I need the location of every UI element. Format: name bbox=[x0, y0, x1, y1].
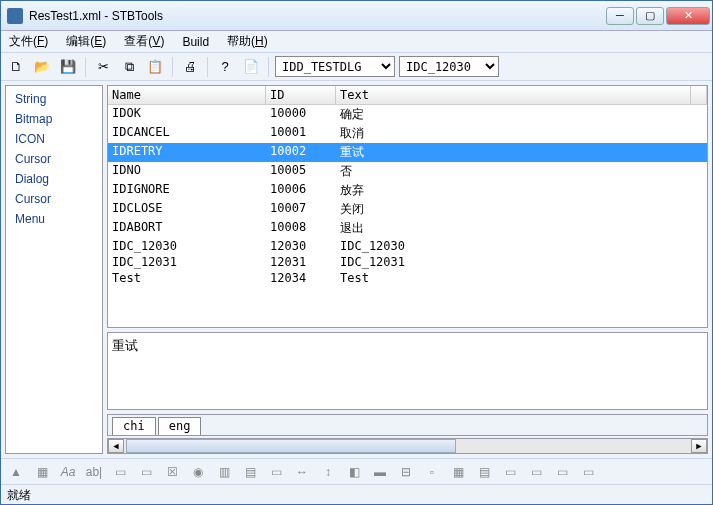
cell-name: IDRETRY bbox=[108, 143, 266, 162]
table-row[interactable]: IDNO10005否 bbox=[108, 162, 707, 181]
copy-icon[interactable]: ⧉ bbox=[118, 56, 140, 78]
tree-tool-icon[interactable]: ▤ bbox=[475, 463, 493, 481]
langtab-eng[interactable]: eng bbox=[158, 417, 202, 435]
minimize-button[interactable]: ─ bbox=[606, 7, 634, 25]
cell-name: IDC_12030 bbox=[108, 238, 266, 254]
info-icon[interactable]: 📄 bbox=[240, 56, 262, 78]
group-icon[interactable]: ▭ bbox=[111, 463, 129, 481]
richedit-tool-icon[interactable]: ▭ bbox=[553, 463, 571, 481]
table-row[interactable]: IDOK10000确定 bbox=[108, 105, 707, 124]
control-dropdown[interactable]: IDC_12030 bbox=[399, 56, 499, 77]
table-row[interactable]: IDC_1203112031IDC_12031 bbox=[108, 254, 707, 270]
detail-panel[interactable]: 重试 bbox=[107, 332, 708, 410]
font-icon[interactable]: Aa bbox=[59, 463, 77, 481]
cell-id: 10007 bbox=[266, 200, 336, 219]
sidebar-item-cursor[interactable]: Cursor bbox=[9, 149, 99, 169]
sidebar-item-dialog[interactable]: Dialog bbox=[9, 169, 99, 189]
close-button[interactable]: ✕ bbox=[666, 7, 710, 25]
label-icon[interactable]: ab| bbox=[85, 463, 103, 481]
combo-tool-icon[interactable]: ▥ bbox=[215, 463, 233, 481]
toolbar: 🗋 📂 💾 ✂ ⧉ 📋 🖨 ? 📄 IDD_TESTDLG IDC_12030 bbox=[1, 53, 712, 81]
cell-text: 重试 bbox=[336, 143, 707, 162]
statusbar: 就绪 bbox=[1, 484, 712, 504]
sidebar-item-cursor[interactable]: Cursor bbox=[9, 189, 99, 209]
paste-icon[interactable]: 📋 bbox=[144, 56, 166, 78]
main-panel: Name ID Text IDOK10000确定IDCANCEL10001取消I… bbox=[107, 85, 708, 454]
langtab-chi[interactable]: chi bbox=[112, 417, 156, 435]
cell-id: 10008 bbox=[266, 219, 336, 238]
menu-view[interactable]: 查看(V) bbox=[120, 31, 168, 52]
resource-table: Name ID Text IDOK10000确定IDCANCEL10001取消I… bbox=[107, 85, 708, 328]
cell-text: 放弃 bbox=[336, 181, 707, 200]
button-tool-icon[interactable]: ▭ bbox=[137, 463, 155, 481]
col-spacer bbox=[691, 86, 707, 104]
table-row[interactable]: IDRETRY10002重试 bbox=[108, 143, 707, 162]
status-text: 就绪 bbox=[7, 488, 31, 502]
datetime-tool-icon[interactable]: ▭ bbox=[579, 463, 597, 481]
cell-text: IDC_12031 bbox=[336, 254, 707, 270]
horizontal-scrollbar[interactable]: ◄ ► bbox=[107, 438, 708, 454]
pan-icon[interactable]: ▦ bbox=[33, 463, 51, 481]
menu-build[interactable]: Build bbox=[178, 33, 213, 51]
sidebar-item-menu[interactable]: Menu bbox=[9, 209, 99, 229]
app-icon bbox=[7, 8, 23, 24]
scroll-left-icon[interactable]: ◄ bbox=[108, 439, 124, 453]
pointer-icon[interactable]: ▲ bbox=[7, 463, 25, 481]
menu-file[interactable]: 文件(F) bbox=[5, 31, 52, 52]
list-tool-icon[interactable]: ▤ bbox=[241, 463, 259, 481]
window-title: ResTest1.xml - STBTools bbox=[29, 9, 606, 23]
col-text[interactable]: Text bbox=[336, 86, 691, 104]
cell-name: IDCANCEL bbox=[108, 124, 266, 143]
tab-tool-icon[interactable]: ▭ bbox=[501, 463, 519, 481]
table-row[interactable]: IDABORT10008退出 bbox=[108, 219, 707, 238]
cell-name: IDCLOSE bbox=[108, 200, 266, 219]
maximize-button[interactable]: ▢ bbox=[636, 7, 664, 25]
sidebar-item-bitmap[interactable]: Bitmap bbox=[9, 109, 99, 129]
hscroll-tool-icon[interactable]: ↔ bbox=[293, 463, 311, 481]
vscroll-tool-icon[interactable]: ↕ bbox=[319, 463, 337, 481]
table-row[interactable]: IDC_1203012030IDC_12030 bbox=[108, 238, 707, 254]
cell-text: 确定 bbox=[336, 105, 707, 124]
table-row[interactable]: IDCLOSE10007关闭 bbox=[108, 200, 707, 219]
radio-tool-icon[interactable]: ◉ bbox=[189, 463, 207, 481]
new-icon[interactable]: 🗋 bbox=[5, 56, 27, 78]
cut-icon[interactable]: ✂ bbox=[92, 56, 114, 78]
edit-tool-icon[interactable]: ▭ bbox=[267, 463, 285, 481]
table-row[interactable]: IDCANCEL10001取消 bbox=[108, 124, 707, 143]
listctrl-tool-icon[interactable]: ▦ bbox=[449, 463, 467, 481]
cell-name: IDIGNORE bbox=[108, 181, 266, 200]
cell-text: 取消 bbox=[336, 124, 707, 143]
scroll-thumb[interactable] bbox=[126, 439, 456, 453]
cell-text: IDC_12030 bbox=[336, 238, 707, 254]
hotkey-tool-icon[interactable]: ▫ bbox=[423, 463, 441, 481]
save-icon[interactable]: 💾 bbox=[57, 56, 79, 78]
checkbox-tool-icon[interactable]: ☒ bbox=[163, 463, 181, 481]
lang-tabs: chieng bbox=[107, 414, 708, 436]
spin-tool-icon[interactable]: ◧ bbox=[345, 463, 363, 481]
cell-id: 12030 bbox=[266, 238, 336, 254]
col-id[interactable]: ID bbox=[266, 86, 336, 104]
dialog-dropdown[interactable]: IDD_TESTDLG bbox=[275, 56, 395, 77]
sidebar-item-string[interactable]: String bbox=[9, 89, 99, 109]
table-row[interactable]: Test12034Test bbox=[108, 270, 707, 286]
help-icon[interactable]: ? bbox=[214, 56, 236, 78]
menu-help[interactable]: 帮助(H) bbox=[223, 31, 272, 52]
cell-id: 12034 bbox=[266, 270, 336, 286]
col-name[interactable]: Name bbox=[108, 86, 266, 104]
scroll-right-icon[interactable]: ► bbox=[691, 439, 707, 453]
titlebar[interactable]: ResTest1.xml - STBTools ─ ▢ ✕ bbox=[1, 1, 712, 31]
app-window: ResTest1.xml - STBTools ─ ▢ ✕ 文件(F) 编辑(E… bbox=[0, 0, 713, 505]
slider-tool-icon[interactable]: ⊟ bbox=[397, 463, 415, 481]
animate-tool-icon[interactable]: ▭ bbox=[527, 463, 545, 481]
open-icon[interactable]: 📂 bbox=[31, 56, 53, 78]
cell-text: Test bbox=[336, 270, 707, 286]
sidebar-item-icon[interactable]: ICON bbox=[9, 129, 99, 149]
table-row[interactable]: IDIGNORE10006放弃 bbox=[108, 181, 707, 200]
cell-id: 12031 bbox=[266, 254, 336, 270]
cell-id: 10005 bbox=[266, 162, 336, 181]
progress-tool-icon[interactable]: ▬ bbox=[371, 463, 389, 481]
menu-edit[interactable]: 编辑(E) bbox=[62, 31, 110, 52]
cell-id: 10001 bbox=[266, 124, 336, 143]
print-icon[interactable]: 🖨 bbox=[179, 56, 201, 78]
cell-text: 关闭 bbox=[336, 200, 707, 219]
